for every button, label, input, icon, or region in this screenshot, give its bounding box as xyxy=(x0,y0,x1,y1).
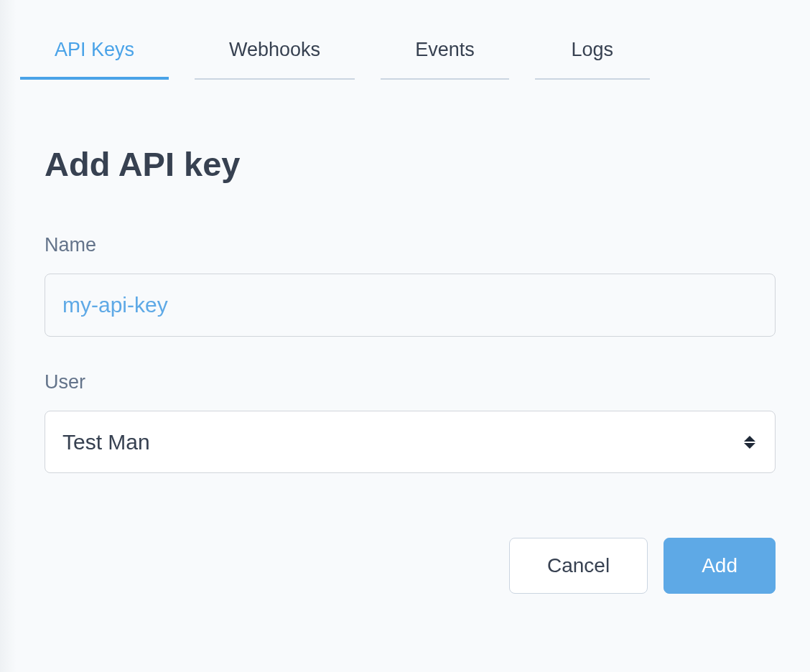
form-actions: Cancel Add xyxy=(45,538,776,594)
name-label: Name xyxy=(45,234,776,256)
name-input[interactable] xyxy=(45,274,776,337)
tab-bar: API Keys Webhooks Events Logs xyxy=(20,29,790,80)
tab-events[interactable]: Events xyxy=(381,29,509,80)
tab-logs[interactable]: Logs xyxy=(535,29,650,80)
page-title: Add API key xyxy=(45,144,776,184)
cancel-button[interactable]: Cancel xyxy=(509,538,648,594)
add-button[interactable]: Add xyxy=(664,538,776,594)
user-select[interactable]: Test Man xyxy=(45,411,776,473)
tab-webhooks[interactable]: Webhooks xyxy=(195,29,355,80)
user-field-group: User Test Man xyxy=(45,371,776,473)
tab-api-keys[interactable]: API Keys xyxy=(20,29,169,80)
user-label: User xyxy=(45,371,776,393)
name-field-group: Name xyxy=(45,234,776,337)
